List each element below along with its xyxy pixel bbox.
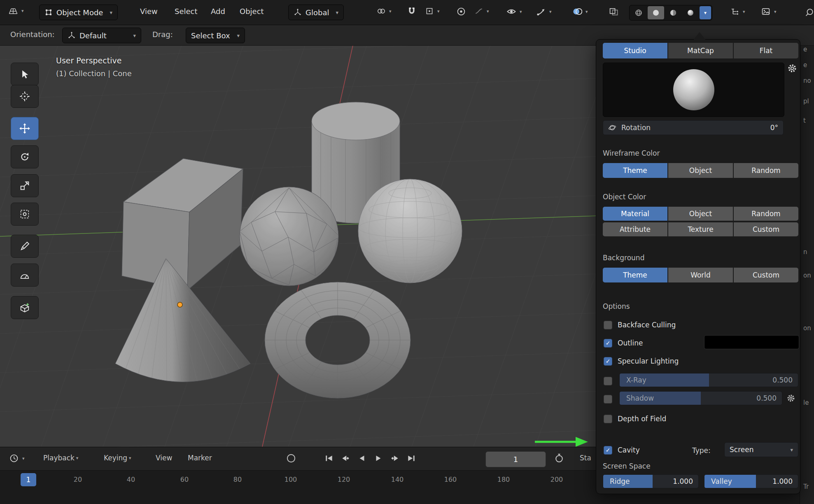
- background-custom[interactable]: Custom: [734, 268, 798, 282]
- cube-object[interactable]: [122, 159, 243, 290]
- cavity-ridge-slider[interactable]: Ridge 1.000: [603, 474, 699, 488]
- transform-orientation-selector[interactable]: Global ▾: [288, 5, 344, 20]
- object-color-texture[interactable]: Texture: [668, 222, 733, 236]
- outliner-display-mode-button[interactable]: ▾: [730, 7, 745, 16]
- tool-transform[interactable]: [11, 203, 39, 226]
- tool-measure[interactable]: [11, 264, 39, 287]
- visibility-button[interactable]: ▾: [506, 7, 522, 16]
- shadow-slider-label: Shadow: [626, 394, 654, 402]
- auto-keying-button[interactable]: [286, 453, 296, 464]
- outliner-filter-button[interactable]: ▾: [761, 7, 777, 16]
- timeline-menu-playback[interactable]: Playback ▾: [43, 454, 78, 462]
- current-frame-indicator[interactable]: 1: [21, 473, 36, 486]
- studiolight-options-gear-icon[interactable]: [787, 63, 797, 73]
- overlays-button[interactable]: ▾: [572, 7, 588, 16]
- xray-row: [604, 376, 612, 386]
- tool-annotate[interactable]: [11, 235, 39, 258]
- tool-move[interactable]: [11, 117, 39, 140]
- play-reverse-button[interactable]: [355, 451, 369, 465]
- wireframe-color-theme[interactable]: Theme: [603, 163, 667, 178]
- background-world[interactable]: World: [668, 268, 733, 282]
- search-icon[interactable]: [803, 7, 814, 17]
- cavity-valley-slider[interactable]: Valley 1.000: [704, 474, 798, 488]
- cavity-type-dropdown[interactable]: Screen ▾: [724, 442, 798, 457]
- outline-color-swatch[interactable]: [704, 335, 799, 349]
- timeline-editor-type-button[interactable]: ▾: [9, 453, 25, 463]
- torus-object[interactable]: [265, 282, 410, 398]
- tool-rotate[interactable]: [11, 145, 39, 168]
- editor-type-button[interactable]: ▾: [8, 6, 24, 16]
- clock-icon: [9, 453, 19, 463]
- menu-object[interactable]: Object: [238, 5, 266, 18]
- clipped-text: e: [803, 46, 807, 53]
- menu-view[interactable]: View: [138, 5, 159, 18]
- backface-culling-checkbox[interactable]: [604, 321, 612, 329]
- depth-of-field-checkbox[interactable]: [604, 415, 612, 423]
- tab-flat[interactable]: Flat: [734, 43, 798, 58]
- jump-to-start-button[interactable]: [322, 451, 336, 465]
- keying-label: Keying: [104, 454, 127, 462]
- object-color-material[interactable]: Material: [603, 207, 667, 221]
- background-theme[interactable]: Theme: [603, 268, 667, 282]
- next-keyframe-button[interactable]: [388, 451, 402, 465]
- tab-studio[interactable]: Studio: [603, 43, 667, 58]
- frame-tick: 180: [497, 476, 510, 483]
- frame-tick: 100: [285, 476, 297, 483]
- gizmos-button[interactable]: ▾: [536, 7, 552, 16]
- wireframe-color-random[interactable]: Random: [734, 163, 798, 178]
- outline-checkbox[interactable]: ✓: [604, 339, 612, 348]
- shading-solid-button[interactable]: [648, 6, 664, 19]
- record-circle-icon: [286, 453, 296, 464]
- mode-selector[interactable]: Object Mode ▾: [39, 5, 118, 20]
- snap-toggle-button[interactable]: [407, 7, 417, 16]
- prev-keyframe-button[interactable]: [338, 451, 352, 465]
- object-color-random[interactable]: Random: [734, 207, 798, 221]
- shading-rendered-button[interactable]: [682, 6, 699, 19]
- object-color-attribute[interactable]: Attribute: [603, 222, 667, 236]
- studiolight-preview[interactable]: [603, 63, 784, 117]
- transform-icon: [19, 208, 30, 220]
- falloff-curve-icon: [474, 7, 483, 16]
- preview-sphere: [669, 65, 718, 114]
- orientation-dropdown[interactable]: Default ▾: [62, 28, 141, 43]
- shadow-slider[interactable]: Shadow 0.500: [619, 391, 782, 405]
- tool-scale[interactable]: [11, 174, 39, 197]
- drag-dropdown[interactable]: Select Box ▾: [186, 28, 245, 43]
- cone-object[interactable]: [115, 259, 250, 398]
- play-button[interactable]: [371, 451, 385, 465]
- object-color-object[interactable]: Object: [668, 207, 733, 221]
- tab-matcap[interactable]: MatCap: [668, 43, 733, 58]
- studiolight-rotation-slider[interactable]: Rotation 0°: [603, 120, 784, 135]
- proportional-falloff-button[interactable]: ▾: [474, 7, 489, 16]
- xray-toggle-button[interactable]: [609, 7, 618, 16]
- shading-wireframe-button[interactable]: [630, 6, 647, 19]
- shadow-checkbox[interactable]: [604, 395, 612, 404]
- xray-slider[interactable]: X-Ray 0.500: [619, 373, 798, 387]
- proportional-editing-button[interactable]: [456, 7, 466, 16]
- timeline-menu-marker[interactable]: Marker: [188, 454, 212, 462]
- chevron-down-icon: ▾: [129, 456, 131, 460]
- use-preview-range-button[interactable]: [554, 453, 564, 463]
- object-color-custom[interactable]: Custom: [734, 222, 798, 236]
- xray-slider-label: X-Ray: [626, 376, 646, 384]
- timeline-menu-view[interactable]: View: [156, 454, 172, 462]
- wireframe-color-object[interactable]: Object: [668, 163, 733, 178]
- snap-pair-button[interactable]: ▾: [377, 7, 392, 16]
- shading-material-button[interactable]: [665, 6, 681, 19]
- current-frame-field[interactable]: 1: [485, 451, 546, 467]
- timeline-menu-keying[interactable]: Keying ▾: [104, 454, 131, 462]
- shadow-settings-gear-icon[interactable]: [786, 394, 795, 403]
- tool-cursor[interactable]: [11, 85, 39, 108]
- cavity-checkbox[interactable]: ✓: [604, 446, 612, 455]
- menu-select[interactable]: Select: [173, 5, 199, 18]
- menu-add[interactable]: Add: [209, 5, 227, 18]
- xray-checkbox[interactable]: [604, 377, 612, 385]
- shading-popover-button[interactable]: ▾: [700, 6, 711, 19]
- uv-sphere-object[interactable]: [358, 179, 462, 283]
- tool-select-box[interactable]: [11, 63, 39, 86]
- tool-add-cube[interactable]: [11, 296, 39, 319]
- jump-to-end-button[interactable]: [404, 451, 418, 465]
- specular-lighting-checkbox[interactable]: ✓: [604, 357, 612, 366]
- icosphere-object[interactable]: [240, 187, 338, 286]
- snap-target-button[interactable]: ▾: [425, 7, 440, 16]
